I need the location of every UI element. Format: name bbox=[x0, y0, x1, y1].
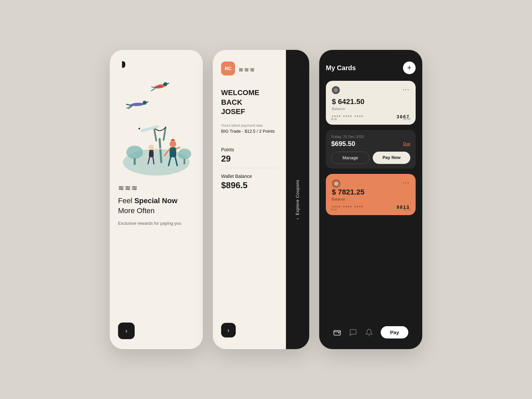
svg-marker-19 bbox=[138, 127, 140, 130]
add-card-button[interactable]: + bbox=[403, 62, 416, 74]
card-wave-left-orange: ≋≋ bbox=[331, 207, 337, 212]
payment-amount-row: $695.50 Due bbox=[331, 140, 410, 148]
pay-button[interactable]: Pay bbox=[381, 326, 408, 338]
svg-point-9 bbox=[131, 102, 144, 106]
cards-header: My Cards + bbox=[326, 62, 416, 74]
phone-cards: My Cards + ··· $ 6421.50 Balance **** **… bbox=[319, 50, 422, 349]
svg-rect-21 bbox=[170, 147, 176, 157]
card-wave-left: ≋≋ bbox=[331, 117, 337, 121]
manage-button[interactable]: Manage bbox=[331, 152, 369, 164]
rc-badge: RC bbox=[221, 62, 235, 75]
nav-chat-icon[interactable] bbox=[349, 329, 357, 336]
card-chip bbox=[332, 86, 340, 94]
svg-rect-35 bbox=[184, 159, 185, 164]
svg-rect-33 bbox=[134, 158, 136, 165]
payment-date: Friday, 25 Dec 2020 bbox=[331, 135, 410, 139]
card-amount-orange: $ 7821.25 bbox=[332, 188, 410, 197]
welcome-greeting: WELCOME BACK JOSEF bbox=[221, 88, 278, 117]
svg-line-7 bbox=[151, 88, 155, 91]
card-wave-right-orange: ≋≋ bbox=[403, 206, 411, 212]
svg-rect-18 bbox=[141, 125, 159, 132]
wave-decoration: ≋≋≋ bbox=[118, 184, 195, 193]
svg-point-32 bbox=[126, 146, 143, 159]
cards-title: My Cards bbox=[326, 64, 356, 72]
divider bbox=[221, 168, 278, 168]
card-wave-right: ≋≋ bbox=[403, 116, 411, 121]
subtext: Exclusive rewards for paying you bbox=[118, 221, 195, 226]
latest-payment-value: BIG Trade - $12.5 / 2 Points bbox=[221, 129, 278, 134]
due-link[interactable]: Due bbox=[403, 142, 410, 146]
card-orange: ··· $ 7821.25 Balance **** **** **** 981… bbox=[326, 174, 416, 215]
points-label: Points bbox=[221, 147, 278, 152]
wallet-value: $896.5 bbox=[221, 180, 278, 191]
latest-payment-label: Yours latest payment was bbox=[221, 123, 278, 127]
svg-point-26 bbox=[149, 145, 154, 150]
welcome-panel-dark: › Explore Coupons bbox=[286, 50, 309, 349]
card-number: **** **** **** 3667 bbox=[332, 114, 410, 119]
card-balance-label-orange: Balance bbox=[332, 197, 410, 201]
welcome-header: RC ≋≋≋ bbox=[221, 62, 278, 78]
phone-welcome: RC ≋≋≋ WELCOME BACK JOSEF Yours latest p… bbox=[213, 50, 309, 349]
explore-coupons[interactable]: › Explore Coupons bbox=[295, 180, 300, 219]
card-more-button[interactable]: ··· bbox=[403, 86, 410, 93]
action-button[interactable]: › bbox=[221, 323, 236, 337]
svg-point-34 bbox=[178, 149, 191, 159]
payment-due-section: Friday, 25 Dec 2020 $695.50 Due Manage P… bbox=[326, 130, 416, 169]
svg-rect-27 bbox=[149, 150, 154, 157]
svg-line-23 bbox=[176, 147, 180, 149]
svg-point-20 bbox=[170, 141, 176, 147]
arrow-icon: › bbox=[125, 328, 127, 334]
nav-wallet-icon[interactable] bbox=[333, 329, 341, 336]
card-amount: $ 6421.50 bbox=[332, 97, 410, 106]
tagline: Feel Special Now More Often bbox=[118, 196, 195, 215]
bottom-nav: Pay bbox=[326, 322, 416, 342]
card-number-orange: **** **** **** 9813 bbox=[332, 204, 410, 210]
points-value: 29 bbox=[221, 154, 278, 164]
payment-amount: $695.50 bbox=[331, 140, 355, 148]
explore-button[interactable]: › bbox=[118, 323, 135, 339]
payment-actions: Manage Pay Now bbox=[331, 152, 410, 164]
welcome-panel-light: RC ≋≋≋ WELCOME BACK JOSEF Yours latest p… bbox=[213, 50, 286, 349]
svg-rect-0 bbox=[120, 61, 122, 68]
card-chip-orange bbox=[332, 179, 340, 188]
card-balance-label: Balance bbox=[332, 107, 410, 111]
card-white: ··· $ 6421.50 Balance **** **** **** 366… bbox=[326, 81, 416, 125]
logo-icon bbox=[118, 60, 127, 69]
wallet-label: Wallet Balance bbox=[221, 174, 278, 179]
illustration-area bbox=[118, 76, 195, 176]
phone-rewards: ≋≋≋ Feel Special Now More Often Exclusiv… bbox=[110, 50, 203, 349]
nav-bell-icon[interactable] bbox=[365, 329, 373, 336]
pay-now-button[interactable]: Pay Now bbox=[373, 152, 410, 164]
svg-line-10 bbox=[126, 104, 131, 106]
wave-decoration: ≋≋≋ bbox=[238, 66, 255, 73]
card-more-button-orange[interactable]: ··· bbox=[403, 179, 410, 186]
svg-rect-36 bbox=[334, 331, 340, 335]
arrow-icon: › bbox=[227, 327, 229, 334]
